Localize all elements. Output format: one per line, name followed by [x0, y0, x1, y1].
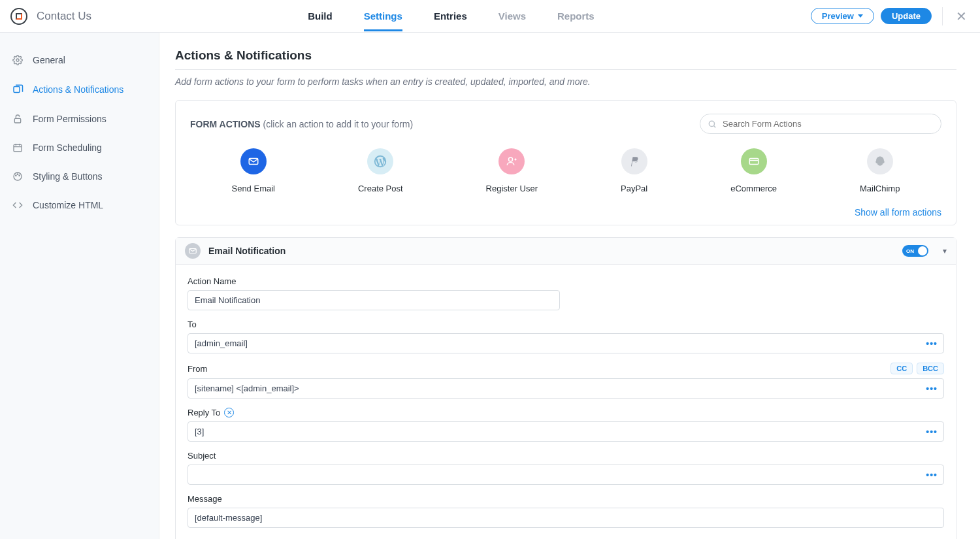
action-label: eCommerce	[730, 184, 777, 193]
action-name-label: Action Name	[188, 276, 236, 286]
user-plus-icon	[498, 148, 525, 174]
action-send-email[interactable]: Send Email	[231, 148, 274, 193]
message-input[interactable]	[188, 508, 944, 528]
bcc-button[interactable]: BCC	[917, 363, 944, 374]
action-create-post[interactable]: Create Post	[358, 148, 403, 193]
svg-point-0	[16, 59, 19, 61]
action-register-user[interactable]: Register User	[486, 148, 538, 193]
email-notification-toggle[interactable]: ON	[902, 245, 928, 257]
action-mailchimp[interactable]: MailChimp	[860, 148, 900, 193]
page-description: Add form actions to your form to perform…	[175, 76, 956, 87]
action-label: Create Post	[358, 184, 403, 193]
svg-rect-1	[14, 87, 20, 93]
sidebar-label-actions: Actions & Notifications	[33, 84, 123, 95]
cc-button[interactable]: CC	[890, 363, 913, 374]
paypal-icon	[621, 148, 647, 174]
actions-icon	[12, 84, 24, 95]
svg-point-7	[19, 175, 20, 176]
credit-card-icon	[741, 148, 767, 174]
subject-input[interactable]	[188, 465, 944, 485]
mailchimp-icon	[867, 148, 893, 174]
tab-build[interactable]: Build	[308, 1, 333, 31]
action-name-input[interactable]	[188, 290, 560, 310]
subject-label: Subject	[188, 451, 216, 461]
sidebar-item-permissions[interactable]: Form Permissions	[0, 105, 159, 133]
tab-views[interactable]: Views	[498, 1, 526, 31]
wordpress-icon	[367, 148, 393, 174]
top-tabs: Build Settings Entries Views Reports	[91, 1, 811, 31]
reply-to-input[interactable]	[188, 421, 944, 442]
form-actions-heading: FORM ACTIONS(click an action to add it t…	[190, 119, 413, 129]
action-label: PayPal	[621, 184, 647, 193]
preview-button[interactable]: Preview	[811, 8, 874, 24]
gear-icon	[12, 55, 24, 65]
tab-settings[interactable]: Settings	[364, 1, 402, 31]
svg-point-8	[709, 121, 714, 126]
merge-tags-icon[interactable]: •••	[926, 338, 938, 349]
chevron-down-icon[interactable]: ▾	[943, 246, 947, 255]
sidebar-item-general[interactable]: General	[0, 46, 159, 74]
caret-down-icon	[858, 14, 863, 18]
search-icon	[708, 120, 717, 129]
action-label: Register User	[486, 184, 538, 193]
message-label: Message	[188, 494, 222, 504]
form-title: Contact Us	[37, 10, 91, 23]
sidebar-item-customize-html[interactable]: Customize HTML	[0, 191, 159, 220]
action-label: Send Email	[231, 184, 274, 193]
sidebar-label-general: General	[33, 55, 65, 65]
svg-point-6	[17, 174, 18, 174]
search-form-actions-input[interactable]	[700, 114, 941, 134]
email-icon	[185, 243, 201, 259]
from-input[interactable]	[188, 378, 944, 399]
merge-tags-icon[interactable]: •••	[926, 470, 938, 480]
svg-rect-3	[14, 144, 22, 152]
action-ecommerce[interactable]: eCommerce	[730, 148, 777, 193]
action-paypal[interactable]: PayPal	[621, 148, 647, 193]
email-icon	[240, 148, 267, 174]
sidebar: General Actions & Notifications Form Per…	[0, 33, 159, 539]
close-icon[interactable]: ✕	[953, 8, 970, 24]
svg-point-5	[16, 175, 16, 176]
reply-to-label: Reply To ✕	[188, 408, 234, 417]
merge-tags-icon[interactable]: •••	[926, 427, 938, 437]
svg-rect-14	[749, 159, 759, 165]
divider	[942, 7, 943, 25]
email-notification-header[interactable]: Email Notification ON ▾	[176, 238, 956, 265]
lock-icon	[12, 114, 24, 124]
sidebar-item-styling[interactable]: Styling & Buttons	[0, 162, 159, 191]
palette-icon	[12, 171, 24, 182]
calendar-icon	[12, 142, 24, 153]
update-button[interactable]: Update	[881, 8, 932, 24]
email-notification-action: Email Notification ON ▾ Action Name To •…	[175, 237, 956, 539]
app-logo[interactable]	[10, 8, 27, 25]
sidebar-label-permissions: Form Permissions	[33, 114, 106, 124]
preview-label: Preview	[822, 11, 854, 21]
sidebar-label-customize-html: Customize HTML	[33, 200, 103, 210]
tab-reports[interactable]: Reports	[557, 1, 595, 31]
sidebar-label-scheduling: Form Scheduling	[33, 142, 102, 153]
to-input[interactable]	[188, 333, 944, 353]
page-title: Actions & Notifications	[175, 48, 956, 70]
from-label: From	[188, 364, 207, 374]
show-all-form-actions-link[interactable]: Show all form actions	[855, 207, 941, 218]
sidebar-label-styling: Styling & Buttons	[33, 171, 103, 182]
sidebar-item-scheduling[interactable]: Form Scheduling	[0, 133, 159, 162]
svg-line-9	[714, 125, 716, 127]
sidebar-item-actions[interactable]: Actions & Notifications	[0, 74, 159, 105]
email-notification-title: Email Notification	[208, 246, 894, 256]
tab-entries[interactable]: Entries	[434, 1, 467, 31]
svg-point-11	[509, 157, 513, 161]
code-icon	[12, 200, 24, 210]
action-label: MailChimp	[860, 184, 900, 193]
remove-reply-to-icon[interactable]: ✕	[224, 408, 234, 417]
form-actions-panel: FORM ACTIONS(click an action to add it t…	[175, 100, 956, 225]
merge-tags-icon[interactable]: •••	[926, 384, 938, 394]
to-label: To	[188, 319, 197, 329]
svg-rect-2	[14, 118, 20, 123]
